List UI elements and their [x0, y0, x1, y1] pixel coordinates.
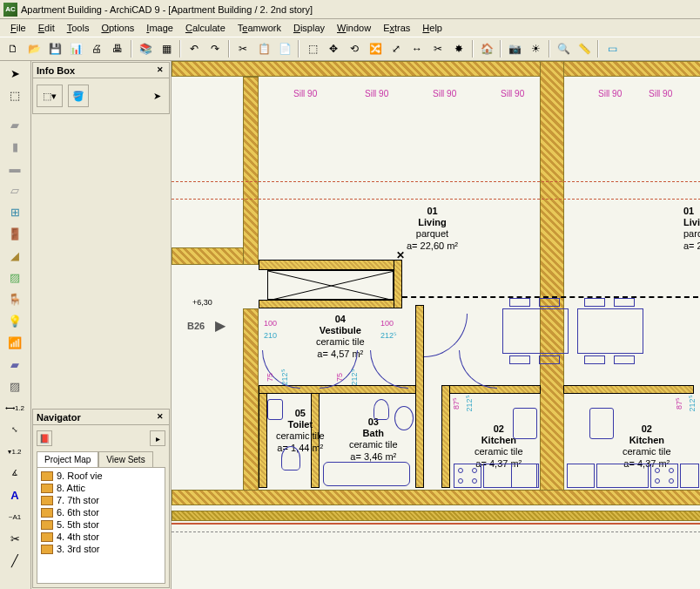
infobox-body: ⬚▾ 🪣 ➤: [33, 78, 169, 113]
nav-more-icon[interactable]: ▸: [150, 430, 165, 446]
fill-mode-icon[interactable]: 🪣: [68, 85, 89, 107]
list-item[interactable]: 5. 5th stor: [39, 518, 163, 531]
folder-icon: [41, 545, 53, 554]
tool-stretch-icon[interactable]: ↔: [407, 39, 427, 58]
menu-options[interactable]: Options: [96, 21, 139, 35]
level-dim-tool-icon[interactable]: ▾1.2: [2, 441, 28, 462]
dimension: 87⁵: [452, 397, 461, 410]
menu-image[interactable]: Image: [141, 21, 178, 35]
fill-tool-icon[interactable]: ▨: [2, 376, 28, 396]
tool-move-icon[interactable]: ✥: [324, 39, 343, 58]
roof-tool-icon[interactable]: ◢: [2, 245, 28, 266]
dimension-tool-icon[interactable]: ⟷1.2: [2, 397, 28, 418]
column-tool-icon[interactable]: ▮: [2, 136, 28, 157]
object-tool-icon[interactable]: 🪑: [2, 288, 28, 309]
menu-teamwork[interactable]: Teamwork: [232, 21, 286, 35]
infobox-header[interactable]: Info Box ✕: [33, 63, 169, 78]
tab-view-sets[interactable]: View Sets: [98, 451, 152, 468]
tool-palette-icon[interactable]: ▭: [602, 39, 622, 58]
chair: [614, 355, 635, 364]
chair: [509, 355, 530, 364]
line-tool-icon[interactable]: ╱: [2, 550, 28, 571]
dimension: 212⁵: [465, 395, 474, 411]
menu-help[interactable]: Help: [417, 21, 448, 35]
radial-dim-tool-icon[interactable]: ⤡: [2, 419, 28, 440]
beam-tool-icon[interactable]: ▬: [2, 158, 28, 179]
menu-window[interactable]: Window: [332, 21, 376, 35]
pick-cursor-icon[interactable]: ➤: [148, 85, 165, 107]
tool-print-icon[interactable]: 🖨: [87, 39, 106, 58]
tool-split-icon[interactable]: ✂: [428, 39, 448, 58]
angle-dim-tool-icon[interactable]: ∡: [2, 463, 28, 484]
tool-copy-icon[interactable]: 📋: [254, 39, 273, 58]
tool-zoom-icon[interactable]: 🔍: [554, 39, 573, 58]
list-item[interactable]: 3. 3rd stor: [39, 543, 163, 555]
text-tool-icon[interactable]: A: [2, 484, 28, 505]
tool-open-icon[interactable]: 📂: [24, 39, 44, 58]
navigator-header[interactable]: Navigator ✕: [33, 410, 169, 425]
nav-book-icon[interactable]: 📕: [37, 430, 52, 446]
window-tool-icon[interactable]: ⊞: [2, 201, 28, 222]
tool-mirror-icon[interactable]: 🔀: [366, 39, 385, 58]
dimension: 100: [264, 319, 277, 328]
tool-paste-icon[interactable]: 📄: [275, 39, 294, 58]
marquee-mode-icon[interactable]: ⬚▾: [37, 85, 63, 107]
tab-project-map[interactable]: Project Map: [37, 451, 98, 468]
tool-sun-icon[interactable]: ☀: [526, 39, 545, 58]
tool-new-icon[interactable]: 🗋: [3, 39, 23, 58]
list-item[interactable]: 8. Attic: [39, 482, 163, 494]
menu-file[interactable]: File: [5, 21, 31, 35]
tool-measure-icon[interactable]: 📏: [575, 39, 594, 58]
menu-display[interactable]: Display: [288, 21, 330, 35]
wall-tool-icon[interactable]: ▰: [2, 114, 28, 135]
wall: [259, 385, 267, 488]
list-item[interactable]: 4. 4th stor: [39, 531, 163, 543]
tool-print2-icon[interactable]: 🖶: [108, 39, 127, 58]
close-icon[interactable]: ✕: [155, 412, 165, 423]
label-tool-icon[interactable]: ~A1: [2, 506, 28, 527]
menu-extras[interactable]: Extras: [378, 21, 415, 35]
list-item[interactable]: 9. Roof vie: [39, 470, 163, 482]
door-tool-icon[interactable]: 🚪: [2, 223, 28, 244]
menu-calculate[interactable]: Calculate: [180, 21, 231, 35]
tool-rotate-icon[interactable]: ⟲: [345, 39, 364, 58]
arrow-tool-icon[interactable]: ➤: [2, 63, 28, 84]
list-item[interactable]: 6. 6th stor: [39, 506, 163, 518]
marquee-tool-icon[interactable]: ⬚: [2, 85, 28, 105]
close-icon[interactable]: ✕: [155, 65, 165, 76]
tool-explode-icon[interactable]: ✸: [449, 39, 468, 58]
separator: [298, 40, 300, 58]
zone-tool-icon[interactable]: ▰: [2, 354, 28, 375]
mesh-tool-icon[interactable]: ▨: [2, 267, 28, 288]
menu-edit[interactable]: Edit: [33, 21, 60, 35]
tool-resize-icon[interactable]: ⤢: [387, 39, 406, 58]
list-item[interactable]: 7. 7th stor: [39, 494, 163, 506]
room-living: 01Livingparqueta= 22,60 m²: [407, 206, 458, 252]
tool-plot-icon[interactable]: 📊: [66, 39, 85, 58]
chair: [614, 298, 635, 307]
section-line: [172, 523, 700, 525]
tool-cut-icon[interactable]: ✂: [233, 39, 252, 58]
lamp-tool-icon[interactable]: 💡: [2, 310, 28, 331]
dimension: 212⁵: [350, 369, 359, 385]
navigator-tree[interactable]: 9. Roof vie 8. Attic 7. 7th stor 6. 6th …: [37, 467, 165, 584]
tool-camera-icon[interactable]: 📷: [505, 39, 524, 58]
stair-opening: [267, 270, 394, 300]
toilet-fixture: [281, 446, 300, 471]
slab-tool-icon[interactable]: ▱: [2, 179, 28, 200]
tool-layers-icon[interactable]: 📚: [136, 39, 155, 58]
counter: [596, 464, 649, 488]
stair-tool-icon[interactable]: 📶: [2, 332, 28, 353]
section-tool-icon[interactable]: ✂: [2, 528, 28, 549]
tool-save-icon[interactable]: 💾: [45, 39, 64, 58]
floor-plan-canvas[interactable]: Sill 90 Sill 90 Sill 90 Sill 90 Sill 90 …: [171, 61, 700, 589]
folder-icon: [41, 520, 53, 530]
chair: [539, 355, 560, 364]
dimension: 100: [380, 319, 394, 328]
menu-tools[interactable]: Tools: [62, 21, 95, 35]
tool-select-icon[interactable]: ⬚: [303, 39, 322, 58]
tool-redo-icon[interactable]: ↷: [205, 39, 225, 58]
tool-undo-icon[interactable]: ↶: [185, 39, 204, 58]
tool-grid-icon[interactable]: ▦: [157, 39, 176, 58]
tool-3d-icon[interactable]: 🏠: [477, 39, 496, 58]
